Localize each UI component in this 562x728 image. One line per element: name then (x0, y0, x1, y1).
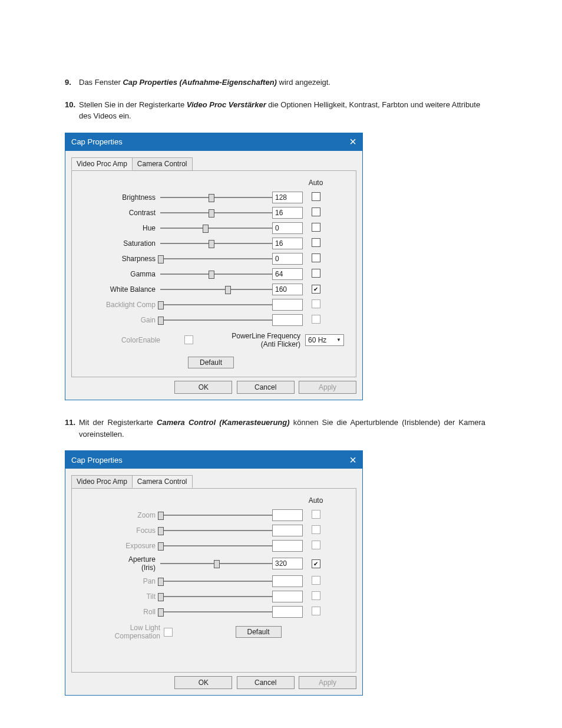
lowlight-checkbox[interactable] (164, 628, 173, 637)
auto-checkbox[interactable] (312, 576, 320, 585)
auto-checkbox[interactable] (312, 207, 320, 216)
slider (160, 606, 272, 618)
slider-value[interactable] (272, 509, 303, 521)
slider-value[interactable]: 320 (272, 558, 303, 569)
auto-checkbox[interactable] (312, 315, 320, 324)
slider-value[interactable]: 16 (272, 238, 303, 249)
auto-checkbox[interactable] (312, 192, 320, 201)
slider-label: Backlight Comp (78, 301, 160, 309)
slider-label: Aperture (Iris) (78, 555, 160, 572)
auto-header: Auto (304, 496, 328, 506)
slider-label: Hue (78, 224, 160, 232)
instruction-11: 11.Mit der Registerkarte Camera Control … (65, 417, 497, 440)
tab-camera-control[interactable]: Camera Control (132, 475, 193, 488)
instruction-9: 9.Das Fenster Cap Properties (Aufnahme-E… (65, 77, 497, 88)
slider[interactable] (160, 558, 272, 569)
instruction-10: 10.Stellen Sie in der Registerkarte Vide… (65, 99, 497, 122)
auto-checkbox[interactable] (312, 223, 320, 232)
auto-checkbox[interactable] (312, 269, 320, 278)
colorenable-checkbox[interactable] (184, 335, 193, 344)
slider-value[interactable]: 128 (272, 192, 303, 203)
slider[interactable] (160, 207, 272, 219)
close-icon[interactable]: × (349, 135, 356, 149)
slider-value[interactable]: 0 (272, 253, 303, 265)
slider-label: Sharpness (78, 255, 160, 263)
slider (160, 314, 272, 326)
cancel-button[interactable]: Cancel (237, 676, 295, 689)
close-icon[interactable]: × (349, 453, 356, 467)
num-11: 11. (65, 417, 79, 429)
slider[interactable] (160, 222, 272, 234)
default-button[interactable]: Default (188, 357, 234, 368)
dialog-title: Cap Properties (71, 137, 349, 146)
slider-value[interactable] (272, 591, 303, 602)
auto-checkbox[interactable]: ✔ (312, 285, 320, 294)
colorenable-label: ColorEnable (78, 336, 164, 344)
apply-button[interactable]: Apply (299, 676, 356, 689)
tab-camera-control[interactable]: Camera Control (132, 157, 193, 170)
slider-value[interactable]: 160 (272, 284, 303, 295)
slider-value[interactable] (272, 540, 303, 552)
slider-label: Focus (78, 526, 160, 535)
slider-label: Tilt (78, 592, 160, 601)
slider-label: Contrast (78, 209, 160, 217)
cancel-button[interactable]: Cancel (237, 381, 295, 394)
dialog-title: Cap Properties (71, 456, 349, 465)
auto-checkbox[interactable] (312, 299, 320, 308)
titlebar[interactable]: Cap Properties × (65, 133, 362, 151)
slider[interactable] (160, 238, 272, 249)
slider (160, 591, 272, 602)
slider-value[interactable] (272, 299, 303, 311)
slider-label: Gamma (78, 270, 160, 278)
auto-checkbox[interactable] (312, 525, 320, 534)
lowlight-label: Low Light Compensation (78, 624, 164, 640)
auto-checkbox[interactable] (312, 238, 320, 247)
slider-value[interactable]: 16 (272, 207, 303, 219)
auto-checkbox[interactable] (312, 253, 320, 262)
auto-checkbox[interactable] (312, 591, 320, 600)
tab-row: Video Proc Amp Camera Control (71, 475, 356, 489)
slider (160, 525, 272, 536)
slider-label: Pan (78, 577, 160, 585)
auto-checkbox[interactable] (312, 541, 320, 549)
tab-row: Video Proc Amp Camera Control (71, 157, 356, 171)
slider-value[interactable] (272, 575, 303, 587)
tab-video-proc-amp[interactable]: Video Proc Amp (71, 157, 133, 170)
num-9: 9. (65, 77, 79, 88)
slider-label: White Balance (78, 285, 160, 294)
auto-checkbox[interactable]: ✔ (312, 559, 320, 568)
powerline-dropdown[interactable]: 60 Hz ▼ (305, 334, 344, 346)
slider-label: Gain (78, 316, 160, 324)
slider (160, 509, 272, 521)
ok-button[interactable]: OK (174, 676, 232, 689)
apply-button[interactable]: Apply (299, 381, 356, 394)
auto-checkbox[interactable] (312, 510, 320, 519)
slider-label: Zoom (78, 511, 160, 519)
cap-properties-dialog-camera: Cap Properties × Video Proc Amp Camera C… (65, 450, 363, 696)
slider-label: Roll (78, 608, 160, 616)
num-10: 10. (65, 99, 79, 111)
slider-label: Exposure (78, 542, 160, 550)
chevron-down-icon: ▼ (336, 337, 341, 342)
titlebar[interactable]: Cap Properties × (65, 451, 362, 469)
auto-header: Auto (304, 179, 328, 188)
slider-value[interactable] (272, 525, 303, 536)
cap-properties-dialog-video: Cap Properties × Video Proc Amp Camera C… (65, 133, 363, 401)
tab-video-proc-amp[interactable]: Video Proc Amp (71, 475, 133, 488)
slider[interactable] (160, 192, 272, 203)
slider-label: Brightness (78, 193, 160, 202)
slider-label: Saturation (78, 239, 160, 248)
auto-checkbox[interactable] (312, 607, 320, 615)
slider (160, 575, 272, 587)
slider[interactable] (160, 284, 272, 295)
ok-button[interactable]: OK (174, 381, 232, 394)
slider-value[interactable]: 64 (272, 268, 303, 280)
slider-value[interactable] (272, 606, 303, 618)
slider-value[interactable] (272, 314, 303, 326)
slider[interactable] (160, 268, 272, 280)
default-button[interactable]: Default (236, 626, 282, 638)
slider-value[interactable]: 0 (272, 222, 303, 234)
slider[interactable] (160, 253, 272, 265)
slider (160, 299, 272, 311)
slider (160, 540, 272, 552)
